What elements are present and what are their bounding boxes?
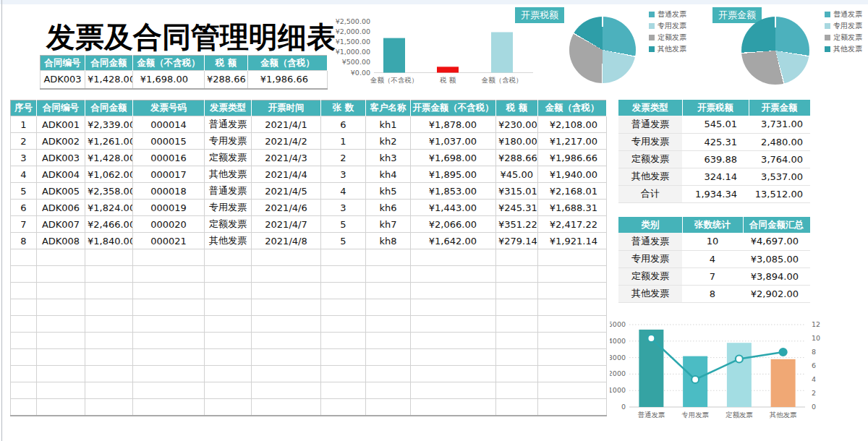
empty-cell[interactable] [366, 299, 411, 316]
empty-cell[interactable] [366, 366, 411, 382]
cell[interactable]: kh5 [366, 183, 411, 200]
empty-cell[interactable] [85, 266, 133, 283]
bar[interactable] [727, 343, 752, 407]
empty-cell[interactable] [133, 249, 205, 266]
column-header[interactable]: 金额（不含税） [133, 56, 205, 71]
cell[interactable]: 545.01 [682, 116, 749, 133]
cell[interactable]: 合计 [618, 185, 682, 202]
column-header[interactable]: 发票类型 [205, 100, 252, 116]
cell[interactable]: 6 [321, 116, 366, 133]
empty-cell[interactable] [252, 249, 321, 266]
cell[interactable]: ¥2,108.00 [538, 116, 607, 133]
empty-cell[interactable] [538, 333, 607, 349]
empty-cell[interactable] [37, 333, 85, 349]
empty-cell[interactable] [321, 333, 366, 349]
cell[interactable]: 普通发票 [205, 116, 252, 133]
empty-cell[interactable] [496, 249, 538, 266]
cell[interactable]: ¥315.01 [496, 183, 538, 200]
cell[interactable]: 000015 [133, 133, 205, 150]
empty-cell[interactable] [496, 283, 538, 299]
empty-cell[interactable] [205, 316, 252, 333]
empty-cell[interactable] [321, 349, 366, 366]
empty-cell[interactable] [85, 283, 133, 299]
amount-pie-chart[interactable] [741, 17, 809, 85]
legend-item[interactable]: 专用发票 [825, 22, 862, 30]
cell[interactable]: ¥288.66 [205, 71, 248, 89]
cell[interactable]: 定额发票 [618, 267, 682, 285]
empty-cell[interactable] [538, 316, 607, 333]
cell[interactable]: 2021/4/3 [252, 150, 321, 166]
cell[interactable]: 2021/4/6 [252, 200, 321, 216]
empty-cell[interactable] [366, 333, 411, 349]
cell[interactable]: 1 [11, 116, 37, 133]
cell[interactable]: 000020 [133, 216, 205, 233]
cell[interactable]: 13,512.00 [749, 185, 810, 202]
column-header[interactable]: 合同金额汇总 [743, 217, 810, 233]
empty-cell[interactable] [496, 333, 538, 349]
amount-pie-title-badge[interactable]: 开票金额 [712, 7, 762, 23]
empty-cell[interactable] [205, 266, 252, 283]
line-marker[interactable] [647, 335, 655, 342]
cell[interactable]: ¥1,261.00 [85, 133, 133, 150]
cell[interactable]: 2021/4/1 [252, 116, 321, 133]
empty-cell[interactable] [411, 316, 496, 333]
cell[interactable]: ¥351.22 [496, 216, 538, 233]
empty-cell[interactable] [133, 316, 205, 333]
empty-cell[interactable] [538, 349, 607, 366]
cell[interactable]: ¥1,895.00 [411, 166, 496, 183]
contract-amount-bar-chart[interactable]: ¥0.00¥500.00¥1,000.00¥1,500.00¥2,000.00¥… [324, 16, 535, 90]
empty-cell[interactable] [205, 249, 252, 266]
cell[interactable]: 3,731.00 [749, 116, 810, 133]
cell[interactable]: ¥1,853.00 [411, 183, 496, 200]
cell[interactable]: ¥1,428.00 [85, 71, 133, 89]
empty-cell[interactable] [85, 366, 133, 382]
column-header[interactable]: 张数统计 [682, 217, 743, 233]
cell[interactable]: 10 [682, 233, 743, 250]
line-series[interactable] [651, 338, 783, 380]
cell[interactable]: ADK002 [37, 133, 85, 150]
empty-cell[interactable] [133, 299, 205, 316]
column-header[interactable]: 序号 [11, 100, 37, 116]
cell[interactable]: 专用发票 [618, 250, 682, 267]
empty-cell[interactable] [411, 382, 496, 399]
cell[interactable]: 其他发票 [618, 168, 682, 185]
empty-cell[interactable] [133, 283, 205, 299]
legend-item[interactable]: 其他发票 [649, 45, 686, 53]
empty-cell[interactable] [538, 366, 607, 382]
empty-cell[interactable] [321, 366, 366, 382]
cell[interactable]: ¥2,466.00 [85, 216, 133, 233]
empty-cell[interactable] [496, 366, 538, 382]
empty-cell[interactable] [411, 349, 496, 366]
cell[interactable]: ¥1,840.00 [85, 233, 133, 249]
cell[interactable]: ADK004 [37, 166, 85, 183]
cell[interactable]: 000014 [133, 116, 205, 133]
cell[interactable]: 7 [682, 267, 743, 285]
cell[interactable]: 3 [11, 150, 37, 166]
cell[interactable]: 2,480.00 [749, 133, 810, 150]
cell[interactable]: 6 [11, 200, 37, 216]
empty-cell[interactable] [205, 333, 252, 349]
cell[interactable]: ADK007 [37, 216, 85, 233]
empty-cell[interactable] [411, 249, 496, 266]
cell[interactable]: 3,537.00 [749, 168, 810, 185]
cell[interactable]: 7 [11, 216, 37, 233]
empty-cell[interactable] [411, 299, 496, 316]
empty-cell[interactable] [538, 283, 607, 299]
cell[interactable]: 8 [11, 233, 37, 249]
cell[interactable]: ADK008 [37, 233, 85, 249]
cell[interactable]: 其他发票 [205, 166, 252, 183]
empty-cell[interactable] [411, 283, 496, 299]
column-header[interactable]: 发票号码 [133, 100, 205, 116]
empty-cell[interactable] [496, 316, 538, 333]
empty-cell[interactable] [133, 399, 205, 416]
empty-cell[interactable] [321, 249, 366, 266]
empty-cell[interactable] [85, 299, 133, 316]
column-header[interactable]: 合同金额 [85, 56, 133, 71]
cell[interactable]: ¥1,428.00 [85, 150, 133, 166]
cell[interactable]: 4 [321, 183, 366, 200]
cell[interactable]: ADK003 [41, 71, 85, 89]
cell[interactable]: ¥45.00 [496, 166, 538, 183]
empty-cell[interactable] [252, 366, 321, 382]
tax-pie-title-badge[interactable]: 开票税额 [515, 7, 564, 23]
column-header[interactable]: 金额（含税） [248, 56, 328, 71]
